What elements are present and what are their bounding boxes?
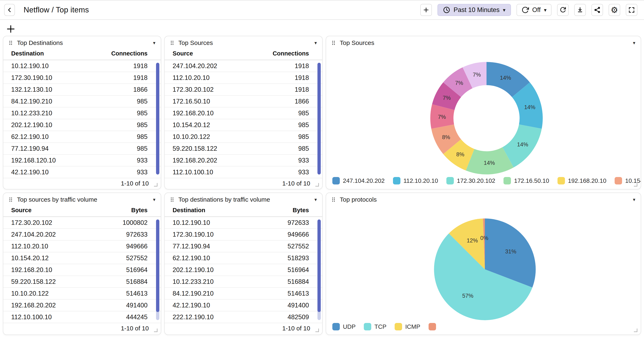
panel-menu-caret-icon[interactable]: ▾ — [153, 197, 156, 202]
panel-resize-handle[interactable] — [634, 183, 638, 187]
cell-value: 1918 — [295, 62, 309, 70]
gear-icon: ⚙ — [611, 6, 618, 14]
drag-handle-icon[interactable] — [170, 40, 174, 45]
cell-key: 112.10.20.10 — [172, 74, 210, 82]
column-header: Connections — [111, 50, 148, 57]
cell-key: 77.12.190.94 — [11, 145, 49, 152]
add-panel-button[interactable] — [3, 22, 18, 35]
cell-key: 192.168.20.10 — [172, 110, 214, 117]
table-scrollbar[interactable] — [156, 63, 159, 175]
table-row: 192.168.20.202933 — [165, 155, 322, 166]
drag-handle-icon[interactable] — [9, 197, 13, 202]
table-scrollbar[interactable] — [156, 219, 159, 320]
legend-item[interactable]: 172.16.50.10 — [504, 177, 549, 184]
back-button[interactable] — [4, 4, 15, 16]
cell-key: 202.12.190.10 — [11, 121, 52, 129]
slice-percent-label: 0% — [480, 235, 488, 241]
legend-label: 172.16.50.10 — [514, 177, 549, 184]
cell-value: 482509 — [288, 313, 309, 321]
time-range-dropdown[interactable]: Past 10 Minutes ▾ — [438, 4, 511, 16]
share-icon — [594, 7, 601, 14]
auto-refresh-dropdown[interactable]: Off ▾ — [516, 4, 552, 16]
drag-handle-icon[interactable] — [9, 40, 13, 45]
table-row: 132.12.130.101866 — [3, 84, 161, 96]
panel-resize-handle[interactable] — [316, 328, 319, 332]
cell-value: 1866 — [295, 98, 309, 105]
cell-value: 1918 — [133, 74, 148, 82]
legend-item[interactable]: 112.10.20.10 — [393, 177, 438, 184]
table-row: 59.220.158.122516884 — [3, 276, 161, 288]
legend-item[interactable]: 172.30.20.102 — [446, 177, 495, 184]
cell-value: 514613 — [288, 290, 309, 297]
table-row: 172.30.190.101918 — [3, 72, 161, 84]
download-button[interactable] — [574, 4, 586, 16]
cell-value: 972633 — [126, 231, 148, 238]
legend-item[interactable] — [428, 323, 439, 330]
panel-menu-caret-icon[interactable]: ▾ — [153, 40, 156, 46]
drag-handle-icon[interactable] — [170, 197, 174, 202]
panel-resize-handle[interactable] — [634, 328, 638, 332]
column-header: Source — [11, 207, 32, 214]
panel-header: Top Destinations ▾ — [3, 36, 161, 48]
refresh-button[interactable] — [557, 4, 569, 16]
panel-resize-handle[interactable] — [316, 183, 319, 187]
share-button[interactable] — [592, 4, 603, 16]
cell-value: 516884 — [288, 278, 309, 285]
cell-value: 1918 — [133, 62, 148, 70]
chart-legend: UDPTCPICMP — [326, 322, 641, 334]
slice-percent-label: 14% — [484, 160, 495, 166]
table-scrollbar[interactable] — [318, 219, 321, 320]
table-scrollbar[interactable] — [318, 63, 321, 175]
legend-item[interactable]: TCP — [364, 323, 386, 330]
column-header: Bytes — [292, 207, 309, 214]
panel-menu-caret-icon[interactable]: ▾ — [633, 40, 635, 46]
table-row: 84.12.190.210514613 — [165, 288, 322, 299]
cell-key: 247.104.20.202 — [172, 62, 217, 70]
table-body: 10.12.190.101918172.30.190.101918132.12.… — [3, 60, 161, 178]
table-body: 172.30.20.1021000802247.104.20.202972633… — [3, 217, 161, 323]
legend-item[interactable]: 247.104.20.202 — [332, 177, 385, 184]
cell-key: 10.154.20.12 — [11, 254, 49, 262]
cell-key: 112.10.20.10 — [11, 243, 48, 250]
panel-header: Top Sources ▾ — [326, 36, 641, 48]
clock-icon — [443, 6, 450, 14]
drag-handle-icon[interactable] — [332, 40, 336, 45]
cell-value: 491400 — [288, 302, 309, 309]
table-row: 222.12.190.10482509 — [165, 311, 322, 323]
table-row: 192.168.20.10985 — [165, 107, 322, 119]
panel-title: Top Sources — [178, 39, 213, 46]
panel-menu-caret-icon[interactable]: ▾ — [314, 197, 317, 202]
table-row: 10.12.190.101918 — [3, 60, 161, 72]
legend-item[interactable]: ICMP — [395, 323, 420, 330]
panel-menu-caret-icon[interactable]: ▾ — [314, 40, 317, 46]
fullscreen-button[interactable] — [626, 4, 638, 16]
panel-resize-handle[interactable] — [154, 183, 158, 187]
table-row: 172.30.190.10949666 — [165, 229, 322, 241]
cell-key: 10.10.20.122 — [172, 133, 210, 141]
add-button[interactable] — [420, 4, 432, 16]
table-pagination: 1-10 of 10 — [165, 323, 322, 335]
cell-value: 491400 — [126, 302, 148, 309]
cell-value: 985 — [137, 121, 148, 129]
cell-value: 516964 — [288, 266, 309, 274]
header-actions: Past 10 Minutes ▾ Off ▾ ⚙ — [420, 4, 640, 16]
cell-value: 1918 — [295, 74, 309, 82]
column-header: Connections — [272, 50, 309, 57]
settings-button[interactable]: ⚙ — [608, 4, 620, 16]
legend-item[interactable]: 192.168.20.10 — [558, 177, 606, 184]
chart-area: 31%57%12%0% — [326, 205, 641, 322]
drag-handle-icon[interactable] — [332, 197, 336, 202]
legend-label: 10.154.20.12 — [625, 177, 641, 184]
legend-item[interactable]: UDP — [332, 323, 356, 330]
panel-resize-handle[interactable] — [154, 328, 158, 332]
cell-value: 1918 — [295, 86, 309, 93]
cell-value: 949666 — [288, 231, 309, 238]
table-header: Source Bytes — [3, 205, 161, 217]
cell-key: 222.12.190.10 — [172, 313, 214, 321]
table-header: Destination Bytes — [165, 205, 322, 217]
slice-percent-label: 31% — [505, 248, 516, 255]
auto-refresh-label: Off — [532, 6, 541, 14]
table-row: 62.12.190.10518293 — [165, 252, 322, 264]
table-row: 202.12.190.10985 — [3, 119, 161, 131]
panel-menu-caret-icon[interactable]: ▾ — [633, 197, 635, 202]
